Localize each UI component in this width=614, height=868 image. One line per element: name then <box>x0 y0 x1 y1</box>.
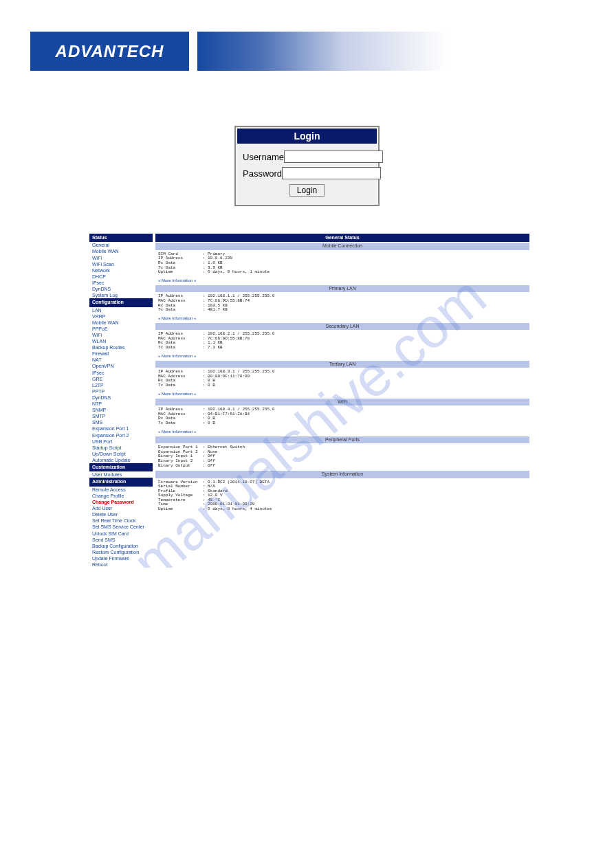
sidebar-item[interactable]: WLAN <box>89 338 153 344</box>
sidebar-item[interactable]: Mobile WAN <box>89 320 153 326</box>
sidebar-item[interactable]: NTP <box>89 401 153 407</box>
login-body: Username Password Login <box>237 144 377 203</box>
sidebar: StatusGeneralMobile WANWiFiWiFi ScanNetw… <box>89 234 153 568</box>
sidebar-heading: Administration <box>89 478 153 486</box>
sidebar-item[interactable]: Automatic Update <box>89 457 153 463</box>
header-bar: ADVANTECH <box>0 32 614 71</box>
sidebar-item[interactable]: Backup Configuration <box>89 543 153 549</box>
sidebar-item[interactable]: SMS <box>89 419 153 425</box>
sidebar-item[interactable]: Delete User <box>89 511 153 518</box>
sidebar-item[interactable]: Set Real Time Clock <box>89 518 153 524</box>
sidebar-item[interactable]: SMTP <box>89 413 153 419</box>
section-body: IP Address : 192.168.1.1 / 255.255.255.0… <box>155 292 529 314</box>
sidebar-item[interactable]: Send SMS <box>89 537 153 543</box>
sidebar-item[interactable]: DHCP <box>89 274 153 280</box>
section-title: System Information <box>155 471 529 478</box>
login-button-row: Login <box>243 183 371 197</box>
section-title: Primary LAN <box>155 285 529 292</box>
sidebar-item[interactable]: WiFi <box>89 255 153 261</box>
sidebar-item[interactable]: Unlock SIM Card <box>89 531 153 537</box>
login-password-row: Password <box>243 167 371 179</box>
sidebar-item[interactable]: L2TP <box>89 382 153 388</box>
section-body: IP Address : 192.168.4.1 / 255.255.255.0… <box>155 405 529 427</box>
sidebar-item[interactable]: IPsec <box>89 370 153 376</box>
sidebar-item[interactable]: Change Profile <box>89 493 153 499</box>
sidebar-item[interactable]: Mobile WAN <box>89 248 153 254</box>
sidebar-item[interactable]: WiFi <box>89 332 153 338</box>
section-title: Peripheral Ports <box>155 436 529 443</box>
sidebar-item[interactable]: Change Password <box>89 499 153 505</box>
password-label: Password <box>243 168 282 179</box>
sidebar-item[interactable]: NAT <box>89 357 153 363</box>
login-button[interactable]: Login <box>289 184 325 197</box>
sidebar-item[interactable]: Remote Access <box>89 487 153 493</box>
sidebar-item[interactable]: VRRP <box>89 313 153 320</box>
login-title: Login <box>237 129 377 144</box>
login-username-row: Username <box>243 151 371 163</box>
sidebar-heading: Configuration <box>89 298 153 307</box>
sidebar-item[interactable]: DynDNS <box>89 394 153 401</box>
sidebar-item[interactable]: GRE <box>89 376 153 382</box>
sidebar-item[interactable]: General <box>89 242 153 248</box>
sidebar-item[interactable]: User Modules <box>89 471 153 478</box>
sidebar-item[interactable]: Update Firmware <box>89 555 153 561</box>
section-title: Mobile Connection <box>155 243 529 249</box>
sidebar-item[interactable]: LAN <box>89 307 153 313</box>
more-info-link[interactable]: » More Information « <box>155 428 529 436</box>
sidebar-item[interactable]: OpenVPN <box>89 363 153 369</box>
sidebar-item[interactable]: System Log <box>89 292 153 298</box>
sidebar-item[interactable]: IPsec <box>89 280 153 286</box>
password-input[interactable] <box>282 167 381 179</box>
section-title: Secondary LAN <box>155 323 529 330</box>
sidebar-item[interactable]: Expansion Port 2 <box>89 432 153 438</box>
sidebar-item[interactable]: PPPoE <box>89 326 153 332</box>
username-input[interactable] <box>284 151 383 163</box>
sidebar-item[interactable]: Network <box>89 267 153 274</box>
section-body: SIM Card : Primary IP Address : 10.0.6.2… <box>155 250 529 277</box>
admin-panel: StatusGeneralMobile WANWiFiWiFi ScanNetw… <box>89 234 529 568</box>
section-body: Firmware Version : 0.1.RC2 (2014-10-07) … <box>155 478 529 514</box>
sidebar-item[interactable]: Add User <box>89 505 153 511</box>
brand-logo: ADVANTECH <box>30 32 189 71</box>
sidebar-item[interactable]: USB Port <box>89 438 153 445</box>
sidebar-item[interactable]: Startup Script <box>89 445 153 451</box>
sidebar-item[interactable]: WiFi Scan <box>89 261 153 267</box>
more-info-link[interactable]: » More Information « <box>155 315 529 322</box>
sidebar-item[interactable]: Firewall <box>89 350 153 357</box>
more-info-link[interactable]: » More Information « <box>155 390 529 398</box>
section-body: IP Address : 192.168.2.1 / 255.255.255.0… <box>155 330 529 352</box>
sidebar-item[interactable]: Reboot <box>89 561 153 568</box>
sidebar-heading: Customization <box>89 463 153 471</box>
sidebar-item[interactable]: PPTP <box>89 388 153 394</box>
more-info-link[interactable]: » More Information « <box>155 353 529 360</box>
sidebar-item[interactable]: DynDNS <box>89 286 153 292</box>
main-title: General Status <box>155 234 529 242</box>
more-info-link[interactable]: » More Information « <box>155 277 529 285</box>
sidebar-item[interactable]: Expansion Port 1 <box>89 425 153 432</box>
section-body: Expansion Port 1 : Ethernet Switch Expan… <box>155 443 529 470</box>
sidebar-item[interactable]: SNMP <box>89 407 153 413</box>
section-title: Tertiary LAN <box>155 361 529 368</box>
section-body: IP Address : 192.168.3.1 / 255.255.255.0… <box>155 368 529 390</box>
section-title: WiFi <box>155 399 529 405</box>
sidebar-item[interactable]: Set SMS Service Center <box>89 524 153 530</box>
username-label: Username <box>243 152 284 162</box>
sidebar-item[interactable]: Restore Configuration <box>89 549 153 555</box>
sidebar-item[interactable]: Backup Routes <box>89 344 153 350</box>
sidebar-heading: Status <box>89 234 153 242</box>
main-content: General StatusMobile ConnectionSIM Card … <box>155 234 529 568</box>
login-panel: Login Username Password Login <box>234 126 380 206</box>
sidebar-item[interactable]: Up/Down Script <box>89 451 153 457</box>
header-gradient <box>197 32 614 71</box>
